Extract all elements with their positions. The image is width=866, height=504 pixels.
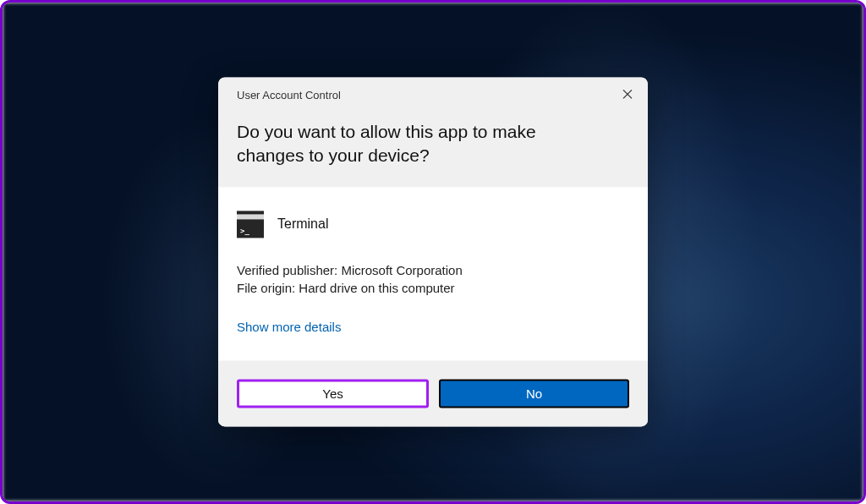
publisher-info: Verified publisher: Microsoft Corporatio… [237,261,629,299]
dialog-footer: Yes No [218,361,648,427]
terminal-icon: >_ [237,211,264,238]
dialog-body: >_ Terminal Verified publisher: Microsof… [218,187,648,361]
no-button[interactable]: No [439,380,629,408]
close-icon [622,89,633,99]
dialog-title: User Account Control [237,89,629,101]
dialog-header: User Account Control Do you want to allo… [218,77,648,187]
uac-dialog: User Account Control Do you want to allo… [218,77,648,426]
yes-button[interactable]: Yes [237,380,429,408]
close-button[interactable] [619,85,636,102]
verified-publisher: Verified publisher: Microsoft Corporatio… [237,261,629,280]
show-more-details-link[interactable]: Show more details [237,320,341,335]
file-origin: File origin: Hard drive on this computer [237,280,629,299]
app-name: Terminal [277,216,328,232]
app-info-row: >_ Terminal [237,211,629,238]
dialog-question: Do you want to allow this app to make ch… [237,120,629,168]
